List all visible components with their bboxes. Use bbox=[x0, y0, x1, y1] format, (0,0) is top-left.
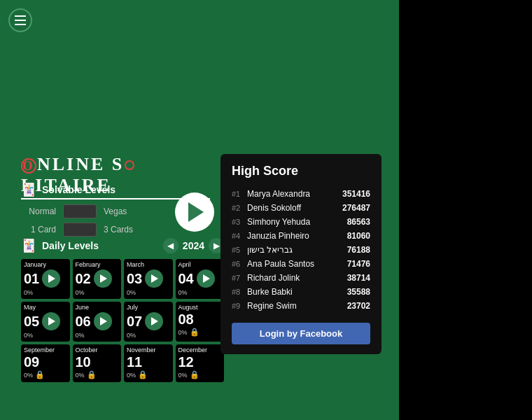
hs-score: 23702 bbox=[347, 301, 370, 311]
lock-icon: 🔒 bbox=[35, 370, 45, 379]
hs-rank: #5 bbox=[232, 246, 247, 254]
highscore-panel: High Score #1Marya Alexandra351416#2Deni… bbox=[220, 154, 382, 354]
day-number: 06 bbox=[76, 314, 91, 328]
hs-name: Marya Alexandra bbox=[247, 189, 342, 199]
hs-rank: #4 bbox=[232, 232, 247, 240]
month-cell-december: December120%🔒 bbox=[176, 344, 225, 382]
hs-score: 76188 bbox=[347, 245, 370, 255]
cards-toggle[interactable] bbox=[63, 223, 97, 237]
calendar-grid: January010%February020%March030%April040… bbox=[21, 259, 224, 382]
hs-score: 71476 bbox=[347, 259, 370, 269]
month-footer: 0% bbox=[127, 332, 170, 339]
highscore-row: #8Burke Babki35588 bbox=[232, 285, 370, 299]
play-month-button[interactable] bbox=[42, 312, 60, 330]
play-big-button[interactable] bbox=[175, 192, 214, 232]
lock-icon: 🔒 bbox=[190, 328, 200, 337]
month-name: August bbox=[178, 304, 222, 311]
black-background bbox=[399, 0, 532, 420]
hs-rank: #8 bbox=[232, 288, 247, 296]
month-footer: 0% bbox=[76, 289, 119, 296]
hs-name: גבריאל בישון bbox=[247, 245, 347, 255]
month-body: 12 bbox=[178, 355, 222, 369]
hs-score: 86563 bbox=[347, 217, 370, 227]
month-body: 01 bbox=[24, 270, 67, 288]
menu-line-2 bbox=[15, 20, 26, 21]
highscore-row: #9Regine Swim23702 bbox=[232, 299, 370, 313]
month-cell-january: January010% bbox=[21, 259, 70, 299]
month-cell-may: May050% bbox=[21, 302, 70, 342]
lock-icon: 🔒 bbox=[87, 370, 97, 379]
hs-score: 81060 bbox=[347, 231, 370, 241]
hs-score: 351416 bbox=[342, 189, 370, 199]
hs-name: Richard Jolink bbox=[247, 273, 347, 283]
month-cell-october: October100%🔒 bbox=[73, 344, 122, 382]
day-number: 09 bbox=[24, 355, 39, 369]
hs-rank: #7 bbox=[232, 274, 247, 282]
percent-text: 0% bbox=[76, 372, 85, 379]
day-number: 03 bbox=[127, 272, 142, 286]
play-month-button[interactable] bbox=[42, 270, 60, 288]
highscore-rows: #1Marya Alexandra351416#2Denis Sokoloff2… bbox=[232, 187, 370, 313]
month-body: 07 bbox=[127, 312, 170, 330]
prev-year-icon: ◀ bbox=[167, 241, 174, 251]
month-name: March bbox=[127, 261, 170, 268]
month-cell-november: November110%🔒 bbox=[124, 344, 173, 382]
menu-line-3 bbox=[15, 24, 26, 25]
month-footer: 0%🔒 bbox=[76, 370, 119, 379]
play-month-button[interactable] bbox=[197, 270, 215, 288]
percent-text: 0% bbox=[24, 332, 33, 339]
month-footer: 0%🔒 bbox=[178, 370, 222, 379]
normal-toggle[interactable] bbox=[63, 204, 97, 218]
day-number: 10 bbox=[76, 355, 91, 369]
month-name: May bbox=[24, 304, 67, 311]
percent-text: 0% bbox=[24, 289, 33, 296]
month-body: 10 bbox=[76, 355, 119, 369]
year-text: 2024 bbox=[183, 240, 204, 251]
hs-score: 35588 bbox=[347, 287, 370, 297]
play-month-button[interactable] bbox=[145, 312, 163, 330]
month-footer: 0%🔒 bbox=[127, 370, 170, 379]
daily-cards-icon: 🃏 bbox=[21, 238, 36, 253]
month-name: January bbox=[24, 261, 67, 268]
play-month-button[interactable] bbox=[145, 270, 163, 288]
daily-header: 🃏 Daily Levels ◀ 2024 ▶ bbox=[21, 238, 224, 253]
hs-name: Januzia Pinheiro bbox=[247, 231, 347, 241]
month-body: 11 bbox=[127, 355, 170, 369]
percent-text: 0% bbox=[127, 372, 136, 379]
menu-button[interactable] bbox=[8, 8, 32, 32]
percent-text: 0% bbox=[127, 289, 136, 296]
month-cell-february: February020% bbox=[73, 259, 122, 299]
percent-text: 0% bbox=[178, 289, 188, 296]
hs-name: Regine Swim bbox=[247, 301, 347, 311]
onecard-label: 1 Card bbox=[28, 225, 56, 234]
hs-rank: #2 bbox=[232, 204, 247, 212]
hs-rank: #3 bbox=[232, 218, 247, 226]
cards-icon: 🃏 bbox=[21, 182, 36, 197]
month-body: 08 bbox=[178, 312, 222, 326]
year-nav: ◀ 2024 ▶ bbox=[163, 238, 224, 253]
month-body: 09 bbox=[24, 355, 67, 369]
prev-year-button[interactable]: ◀ bbox=[163, 238, 178, 253]
percent-text: 0% bbox=[24, 372, 33, 379]
highscore-row: #5גבריאל בישון76188 bbox=[232, 243, 370, 257]
month-cell-june: June060% bbox=[73, 302, 122, 342]
month-footer: 0%🔒 bbox=[24, 370, 67, 379]
threecards-label: 3 Cards bbox=[104, 225, 133, 234]
day-number: 12 bbox=[178, 355, 194, 369]
daily-title: Daily Levels bbox=[42, 240, 99, 251]
day-number: 02 bbox=[76, 272, 91, 286]
highscore-title: High Score bbox=[232, 164, 370, 178]
month-cell-july: July070% bbox=[124, 302, 173, 342]
day-number: 01 bbox=[24, 272, 39, 286]
play-month-button[interactable] bbox=[94, 270, 112, 288]
lock-icon: 🔒 bbox=[138, 370, 148, 379]
percent-text: 0% bbox=[178, 372, 188, 379]
vegas-label: Vegas bbox=[104, 206, 132, 216]
hs-name: Denis Sokoloff bbox=[247, 203, 342, 213]
month-cell-august: August080%🔒 bbox=[176, 302, 225, 342]
fb-login-button[interactable]: Login by Facebook bbox=[232, 323, 370, 344]
month-body: 03 bbox=[127, 270, 170, 288]
play-month-button[interactable] bbox=[94, 312, 112, 330]
percent-text: 0% bbox=[178, 329, 188, 336]
next-year-icon: ▶ bbox=[214, 241, 220, 251]
